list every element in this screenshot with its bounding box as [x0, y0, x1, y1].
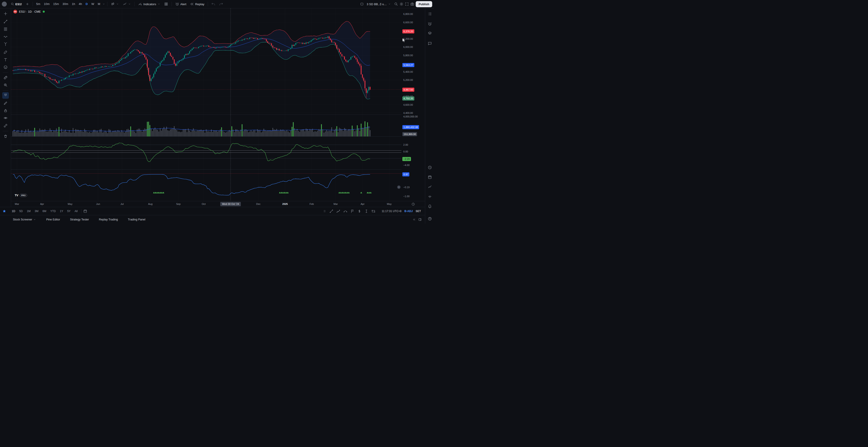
tab-strategy-tester[interactable]: Strategy Tester [70, 218, 89, 221]
settlement-toggle[interactable]: SET [416, 210, 421, 213]
text-tool-button[interactable] [2, 57, 9, 63]
undo-icon [211, 2, 215, 6]
quick-search-icon[interactable] [394, 2, 398, 6]
quick-alert-plus-icon[interactable] [397, 185, 401, 189]
go-to-date-icon[interactable] [83, 209, 87, 213]
text-cursor-icon[interactable] [364, 209, 368, 213]
hide-drawings-button[interactable] [2, 115, 9, 121]
camera-icon[interactable] [410, 2, 414, 6]
publish-button[interactable]: Publish [416, 1, 432, 7]
sync-drawings-button[interactable] [2, 123, 9, 129]
timeframe-1d[interactable]: D [84, 1, 89, 7]
symbol-title[interactable]: ES1! · 1D · CME [19, 10, 41, 13]
zscore-tick: 0.00 [403, 150, 408, 153]
back-adjust-toggle[interactable]: B-ADJ [404, 210, 413, 213]
flag-icon[interactable] [350, 209, 354, 213]
chart-canvas[interactable]: 500 ES1! · 1D · CME TV PRO [11, 8, 401, 201]
timeframe-1w[interactable]: W [90, 1, 96, 7]
chart-type-button[interactable] [109, 1, 121, 7]
tab-trading-panel[interactable]: Trading Panel [128, 218, 145, 221]
range-1d[interactable]: 1D [10, 208, 17, 214]
lock-drawings-button[interactable] [2, 107, 9, 114]
tab-replay-trading[interactable]: Replay Trading [99, 218, 118, 221]
history-clock-icon [428, 165, 432, 170]
favorites-star-icon[interactable] [2, 209, 6, 213]
object-tree-button[interactable] [427, 31, 432, 36]
single-layout-icon[interactable] [360, 2, 364, 6]
chevron-down-icon [116, 2, 119, 6]
quick-trendline-icon[interactable] [329, 209, 333, 213]
pattern-tool-button[interactable] [2, 33, 9, 40]
brush-tool-button[interactable] [2, 49, 9, 55]
layout-template-button[interactable]: 3 SD BB, Z-s… [365, 1, 393, 7]
undo-button[interactable] [210, 1, 217, 7]
watchlist-button[interactable] [427, 11, 432, 16]
alerts-panel-button[interactable] [427, 21, 432, 27]
timeframe-menu-chevron-icon[interactable] [102, 2, 105, 6]
collapse-panel-icon[interactable] [412, 218, 416, 221]
fullscreen-icon[interactable] [405, 2, 409, 6]
range-ytd[interactable]: YTD [49, 208, 58, 214]
price-axis[interactable]: 6,800.006,600.006,200.006,000.005,800.00… [401, 8, 425, 201]
fib-tool-button[interactable] [2, 26, 9, 32]
timeframe-4h[interactable]: 4h [77, 1, 84, 7]
hotlists-button[interactable] [427, 184, 432, 190]
crosshair-osc-value: −0.19 [403, 186, 410, 188]
magnet-tool-button[interactable] [2, 92, 9, 99]
range-1m[interactable]: 1M [25, 208, 33, 214]
timeframe-15m[interactable]: 15m [52, 1, 60, 7]
measure-tool-button[interactable] [2, 74, 9, 81]
help-button[interactable] [427, 216, 432, 221]
rectangle-select-icon[interactable] [371, 209, 375, 213]
range-6m[interactable]: 6M [41, 208, 48, 214]
add-symbol-button[interactable] [24, 1, 31, 7]
account-avatar[interactable] [2, 2, 7, 6]
chat-button[interactable] [427, 41, 432, 46]
redo-button[interactable] [217, 1, 225, 7]
polyline-icon[interactable] [336, 209, 340, 213]
notifications-button[interactable] [427, 203, 432, 209]
top-toolbar: ES1! 5m 10m 15m 30m 1h 4h D W M Indicato… [0, 0, 434, 8]
remove-drawings-button[interactable] [2, 133, 9, 140]
dollar-icon[interactable] [358, 209, 362, 213]
tab-stock-screener[interactable]: Stock Screener [13, 218, 36, 221]
timeframe-1m[interactable]: M [96, 1, 102, 7]
range-5y[interactable]: 5Y [65, 208, 72, 214]
gear-icon[interactable] [399, 2, 403, 6]
draw-tool-button[interactable] [2, 100, 9, 106]
market-status-dot[interactable] [43, 11, 45, 13]
timeframe-1h[interactable]: 1h [70, 1, 76, 7]
price-tick: 6,000.00 [403, 46, 413, 48]
indicators-button[interactable]: Indicators [136, 1, 162, 7]
symbol-search-button[interactable]: ES1! [9, 1, 24, 7]
pitchfork-tool-button[interactable] [2, 41, 9, 47]
timeframe-30m[interactable]: 30m [61, 1, 70, 7]
curve-icon[interactable] [343, 209, 347, 213]
range-1y[interactable]: 1Y [58, 208, 65, 214]
chart-plot[interactable] [11, 8, 401, 201]
line-style-button[interactable] [121, 1, 133, 7]
timeframe-10m[interactable]: 10m [42, 1, 51, 7]
replay-button[interactable]: Replay [188, 1, 206, 7]
symbol-legend[interactable]: 500 ES1! · 1D · CME [13, 10, 45, 13]
time-axis-corner[interactable] [401, 201, 425, 207]
drag-handle-icon[interactable] [323, 209, 327, 213]
streams-button[interactable] [427, 194, 432, 199]
range-all[interactable]: All [73, 208, 79, 214]
range-3m[interactable]: 3M [33, 208, 40, 214]
alert-button[interactable]: Alert [174, 1, 188, 7]
layout-grid-button[interactable] [162, 1, 170, 7]
time-axis[interactable]: MarAprMayJunJulAugSepOctNovDec2025FebMar… [11, 201, 401, 207]
crosshair-tool-button[interactable] [2, 10, 9, 17]
trend-line-tool-button[interactable] [2, 18, 9, 25]
toggle-panel-icon[interactable] [418, 218, 422, 221]
session-clock[interactable]: 11:17:31 UTC+8 [381, 210, 401, 213]
timezone-clock-icon[interactable] [411, 202, 415, 206]
range-5d[interactable]: 5D [18, 208, 24, 214]
calendar-button[interactable] [427, 174, 432, 180]
zoom-tool-button[interactable] [2, 82, 9, 88]
tab-pine-editor[interactable]: Pine Editor [46, 218, 60, 221]
history-button[interactable] [427, 165, 432, 170]
timeframe-5m[interactable]: 5m [35, 1, 42, 7]
emoji-tool-button[interactable] [2, 64, 9, 70]
